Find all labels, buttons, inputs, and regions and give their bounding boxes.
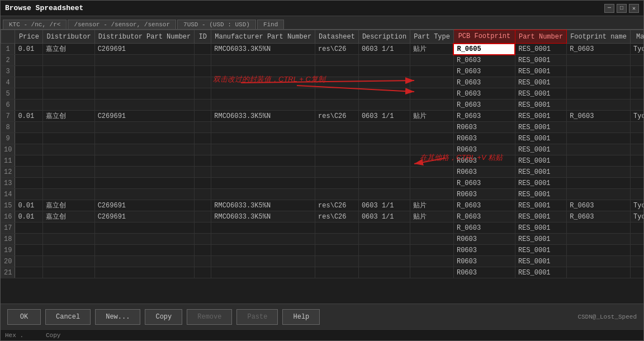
row-number-cell[interactable]: 20 <box>1 256 15 267</box>
table-cell[interactable] <box>15 55 43 66</box>
row-number-cell[interactable]: 15 <box>1 200 15 211</box>
table-cell[interactable] <box>94 100 195 111</box>
table-cell[interactable] <box>315 167 359 178</box>
table-cell[interactable]: R_0603 <box>453 77 515 88</box>
table-cell[interactable] <box>211 77 315 88</box>
table-cell[interactable] <box>567 267 631 278</box>
table-cell[interactable] <box>567 100 631 111</box>
table-cell[interactable] <box>410 66 454 77</box>
table-cell[interactable] <box>567 55 631 66</box>
table-cell[interactable]: 嘉立创 <box>43 44 94 55</box>
maximize-button[interactable]: □ <box>617 4 627 13</box>
table-cell[interactable] <box>410 133 454 144</box>
table-cell[interactable] <box>195 88 211 100</box>
table-cell[interactable]: 0.01 <box>15 111 43 122</box>
table-cell[interactable] <box>211 144 315 155</box>
table-cell[interactable] <box>410 122 454 133</box>
ok-button[interactable]: OK <box>7 309 41 325</box>
table-cell[interactable] <box>315 122 359 133</box>
table-cell[interactable] <box>15 100 43 111</box>
table-cell[interactable] <box>315 234 359 245</box>
table-cell[interactable]: RES_0001 <box>515 167 566 178</box>
table-cell[interactable] <box>358 155 410 167</box>
table-cell[interactable] <box>43 144 94 155</box>
table-cell[interactable] <box>630 133 643 144</box>
table-cell[interactable] <box>567 222 631 234</box>
table-cell[interactable]: RES_0001 <box>515 245 566 256</box>
table-cell[interactable]: 0.01 <box>15 211 43 222</box>
row-number-cell[interactable]: 13 <box>1 178 15 189</box>
table-cell[interactable] <box>195 211 211 222</box>
paste-button[interactable]: Paste <box>236 309 278 325</box>
table-cell[interactable] <box>94 133 195 144</box>
table-row[interactable]: 5R_0603RES_0001 <box>1 88 644 100</box>
table-row[interactable]: 21R0603RES_0001 <box>1 267 644 278</box>
table-cell[interactable] <box>195 222 211 234</box>
table-cell[interactable]: R_0603 <box>453 88 515 100</box>
table-row[interactable]: 4R_0603RES_0001 <box>1 77 644 88</box>
table-cell[interactable] <box>410 189 454 200</box>
table-cell[interactable] <box>630 77 643 88</box>
table-cell[interactable] <box>630 178 643 189</box>
table-cell[interactable] <box>211 245 315 256</box>
table-row[interactable]: 14R0603RES_0001 <box>1 189 644 200</box>
table-cell[interactable] <box>358 234 410 245</box>
copy-button[interactable]: Copy <box>145 309 182 325</box>
table-cell[interactable]: 贴片 <box>410 200 454 211</box>
table-cell[interactable] <box>94 178 195 189</box>
table-cell[interactable]: 嘉立创 <box>43 200 94 211</box>
table-cell[interactable] <box>195 122 211 133</box>
table-row[interactable]: 10R0603RES_0001 <box>1 144 644 155</box>
table-cell[interactable]: Tyoh <box>630 111 643 122</box>
table-cell[interactable] <box>94 77 195 88</box>
table-cell[interactable] <box>358 66 410 77</box>
table-cell[interactable] <box>15 245 43 256</box>
table-cell[interactable] <box>315 189 359 200</box>
table-cell[interactable] <box>195 77 211 88</box>
table-cell[interactable] <box>358 144 410 155</box>
table-cell[interactable]: RES_0001 <box>515 77 566 88</box>
table-cell[interactable] <box>195 155 211 167</box>
table-row[interactable]: 12R0603RES_0001 <box>1 167 644 178</box>
table-cell[interactable] <box>630 122 643 133</box>
table-cell[interactable]: RES_0001 <box>515 144 566 155</box>
table-cell[interactable]: R_0603 <box>453 66 515 77</box>
table-cell[interactable] <box>567 155 631 167</box>
table-cell[interactable]: R0603 <box>453 234 515 245</box>
table-cell[interactable] <box>410 234 454 245</box>
table-cell[interactable]: R0603 <box>453 189 515 200</box>
table-cell[interactable]: RES_0001 <box>515 200 566 211</box>
table-cell[interactable] <box>315 88 359 100</box>
table-cell[interactable] <box>94 55 195 66</box>
table-cell[interactable]: 贴片 <box>410 111 454 122</box>
table-row[interactable]: 9R0603RES_0001 <box>1 133 644 144</box>
table-cell[interactable] <box>567 122 631 133</box>
table-cell[interactable]: R0603 <box>453 144 515 155</box>
table-cell[interactable]: R_0603 <box>567 200 631 211</box>
table-cell[interactable] <box>630 267 643 278</box>
table-cell[interactable] <box>211 189 315 200</box>
table-cell[interactable]: RES_0001 <box>515 178 566 189</box>
table-cell[interactable] <box>94 122 195 133</box>
table-cell[interactable]: R0603 <box>453 122 515 133</box>
table-row[interactable]: 8R0603RES_0001 <box>1 122 644 133</box>
table-row[interactable]: 150.01嘉立创C269691RMCO6033.3K5%Nres\C26060… <box>1 200 644 211</box>
table-cell[interactable] <box>358 178 410 189</box>
table-cell[interactable] <box>630 256 643 267</box>
table-cell[interactable] <box>410 222 454 234</box>
table-row[interactable]: 18R0603RES_0001 <box>1 234 644 245</box>
table-row[interactable]: 2R_0603RES_0001 <box>1 55 644 66</box>
table-cell[interactable] <box>211 66 315 77</box>
table-row[interactable]: 3R_0603RES_0001 <box>1 66 644 77</box>
table-cell[interactable] <box>211 155 315 167</box>
table-cell[interactable]: 0603 1/1 <box>358 211 410 222</box>
table-cell[interactable] <box>630 222 643 234</box>
row-number-cell[interactable]: 18 <box>1 234 15 245</box>
table-cell[interactable] <box>567 144 631 155</box>
table-cell[interactable] <box>15 267 43 278</box>
table-cell[interactable] <box>195 234 211 245</box>
table-cell[interactable] <box>315 267 359 278</box>
row-number-cell[interactable]: 11 <box>1 155 15 167</box>
table-cell[interactable]: RES_0001 <box>515 256 566 267</box>
table-row[interactable]: 20R0603RES_0001 <box>1 256 644 267</box>
